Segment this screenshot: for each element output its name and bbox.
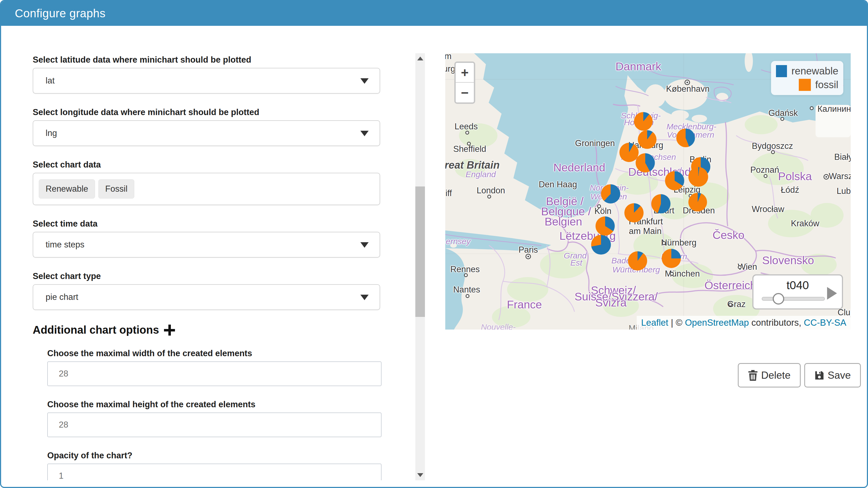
map-label: Rennes — [451, 264, 480, 274]
map-label: Great Britain — [445, 159, 500, 171]
option-input-0[interactable]: 28 — [47, 361, 381, 386]
legend-label: fossil — [815, 79, 838, 91]
map-city-dot — [466, 294, 469, 298]
minichart-pie — [636, 153, 655, 172]
option-input-2[interactable]: 1 — [47, 463, 381, 480]
save-icon — [814, 370, 824, 380]
save-button[interactable]: Save — [804, 363, 861, 388]
map-city-dot — [824, 174, 829, 180]
panel-scrollbar[interactable] — [415, 53, 425, 480]
minichart-pie — [595, 217, 615, 236]
map-city-dot — [728, 303, 732, 306]
latitude-select[interactable]: lat — [33, 68, 380, 94]
legend-row: renewable — [776, 65, 838, 77]
minichart-pie — [601, 184, 620, 203]
play-icon[interactable] — [827, 287, 837, 300]
header-bar: Configure graphs — [1, 1, 867, 26]
zoom-in-button[interactable]: + — [456, 63, 474, 83]
chart-type-select[interactable]: pie chart — [33, 284, 380, 310]
option-label-1: Choose the maximal height of the created… — [47, 400, 381, 409]
longitude-select[interactable]: lng — [33, 120, 380, 146]
attribution-link[interactable]: Leaflet — [641, 318, 668, 328]
scroll-up-icon[interactable] — [417, 57, 423, 60]
attribution-link[interactable]: OpenStreetMap — [685, 318, 749, 328]
delete-button[interactable]: Delete — [738, 363, 801, 388]
zoom-out-button[interactable]: − — [456, 83, 474, 102]
map-label: Warszawa — [829, 171, 851, 181]
legend-swatch — [799, 79, 811, 91]
minichart-pie — [624, 203, 644, 222]
minichart-pie — [651, 194, 671, 214]
map-city-dot — [597, 204, 601, 208]
app-window: Configure graphs Select latitude data wh… — [0, 0, 868, 488]
map-label: Paris — [519, 245, 538, 255]
time-slider-track[interactable] — [762, 297, 825, 301]
additional-options-section[interactable]: Additional chart options — [33, 324, 381, 336]
map-label: Svizra — [595, 296, 626, 309]
scrollbar-thumb[interactable] — [415, 187, 425, 317]
additional-options-heading: Additional chart options — [33, 324, 159, 336]
minichart-pie — [634, 112, 653, 131]
map-city-dot — [525, 254, 531, 259]
map-label: Sheffield — [453, 144, 486, 154]
select-value: lng — [45, 128, 57, 138]
minichart-pie — [688, 167, 708, 187]
delete-button-label: Delete — [761, 370, 790, 381]
chevron-down-icon — [361, 242, 369, 248]
minichart-pie — [638, 130, 656, 149]
time-data-select[interactable]: time steps — [33, 232, 380, 258]
option-input-1[interactable]: 28 — [47, 413, 381, 437]
field-label-chart-type: Select chart type — [33, 271, 381, 281]
selected-tag[interactable]: Renewable — [39, 179, 95, 199]
form-options: Choose the maximal width of the created … — [33, 349, 381, 480]
map-label: Gdańsk — [769, 108, 798, 118]
map-label: Danmark — [616, 60, 661, 73]
chart-data-multiselect[interactable]: RenewableFossil — [33, 173, 380, 205]
map-label: Česko — [713, 229, 744, 242]
minichart-pie — [628, 251, 647, 270]
field-label-chart-data: Select chart data — [33, 160, 381, 169]
minichart-pie — [619, 143, 639, 162]
minichart-pie — [688, 193, 707, 212]
map-label: Österreich — [704, 279, 756, 292]
map-label: Groningen — [575, 138, 615, 148]
plus-icon[interactable] — [164, 325, 175, 335]
map-label: France — [507, 298, 542, 311]
map-label: Kraków — [791, 219, 819, 228]
map-label: Slovensko — [762, 254, 814, 267]
time-slider-knob[interactable] — [773, 293, 784, 304]
map-city-dot — [670, 272, 674, 276]
minichart-pie — [591, 235, 611, 255]
select-value: time steps — [45, 240, 84, 250]
map-container[interactable]: murgLeedsSheffieldGreat BritainEnglandLo… — [445, 53, 851, 330]
legend-label: renewable — [792, 65, 838, 77]
map-label: Belgien — [545, 215, 582, 228]
map-city-dot — [467, 142, 471, 145]
attribution-text: contributors, — [749, 318, 804, 328]
map-label: Nantes — [453, 285, 480, 295]
map-label: London — [476, 186, 505, 196]
map-label: Lublin — [837, 186, 851, 196]
map-label: Nürnberg — [661, 238, 696, 248]
map-label: Wrocław — [752, 204, 784, 214]
map-city-dot — [764, 174, 768, 178]
map-label: ernsey — [446, 237, 470, 246]
selected-tag[interactable]: Fossil — [98, 179, 134, 199]
map-city-dot — [684, 79, 690, 85]
save-button-label: Save — [828, 370, 851, 381]
map-label: København — [666, 84, 710, 94]
map-zoom-control: + − — [454, 62, 475, 104]
map-city-dot — [465, 131, 469, 135]
scroll-down-icon[interactable] — [417, 473, 423, 477]
minichart-pie — [662, 249, 681, 268]
select-value: pie chart — [45, 292, 78, 302]
minichart-pie — [665, 171, 684, 190]
chevron-down-icon — [361, 295, 369, 300]
map-attribution: Leaflet | © OpenStreetMap contributors, … — [637, 316, 851, 330]
map-city-dot — [810, 106, 814, 110]
map-city-dot — [738, 265, 742, 269]
attribution-link[interactable]: CC-BY-SA — [804, 318, 846, 328]
legend-swatch — [776, 65, 787, 77]
map-label: Калининград — [817, 104, 851, 114]
option-label-0: Choose the maximal width of the created … — [47, 349, 381, 358]
